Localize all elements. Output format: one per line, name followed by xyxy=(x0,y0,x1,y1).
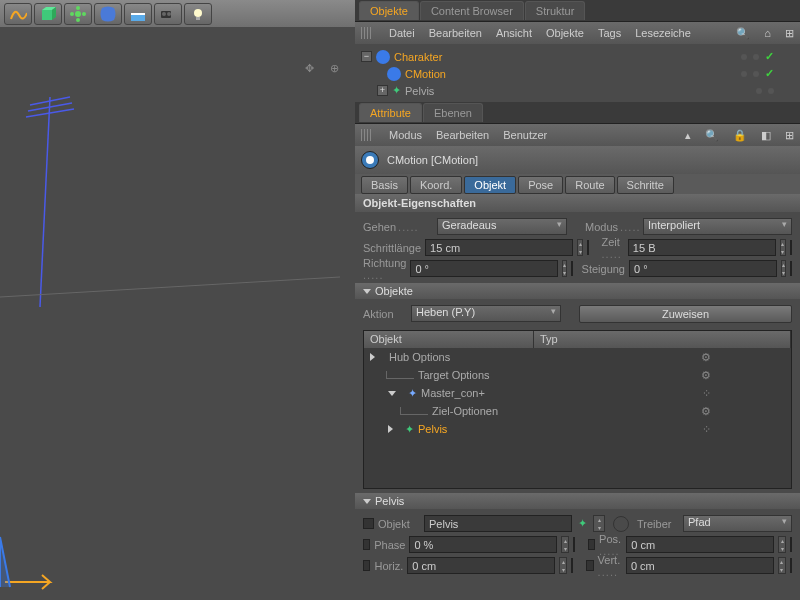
section-objekte[interactable]: Objekte xyxy=(355,283,800,299)
spinner[interactable]: ▴▾ xyxy=(559,557,567,574)
lock-icon[interactable]: 🔒 xyxy=(733,129,747,142)
collapse-icon[interactable]: − xyxy=(361,51,372,62)
spinner[interactable]: ▴▾ xyxy=(593,515,605,532)
select-treiber[interactable]: Pfad xyxy=(683,515,792,532)
tab-objects[interactable]: Objekte xyxy=(359,1,419,20)
label-gehen: Gehen xyxy=(363,221,433,233)
tree-row-character[interactable]: − Charakter ✓ xyxy=(361,48,794,65)
obj-row-ziel[interactable]: Ziel-Optionen⚙ xyxy=(364,402,791,420)
slider-richtung[interactable] xyxy=(571,261,573,276)
col-typ[interactable]: Typ xyxy=(534,331,791,348)
select-modus[interactable]: Interpoliert xyxy=(643,218,792,235)
spinner[interactable]: ▴▾ xyxy=(561,536,569,553)
menu-bookmarks[interactable]: Lesezeiche xyxy=(635,27,691,39)
tool-generator[interactable] xyxy=(64,3,92,25)
input-vert[interactable] xyxy=(626,557,774,574)
ptab-schritte[interactable]: Schritte xyxy=(617,176,674,194)
spinner[interactable]: ▴▾ xyxy=(778,557,786,574)
obj-row-hub[interactable]: Hub Options⚙ xyxy=(364,348,791,366)
checkbox-vert[interactable] xyxy=(586,560,593,571)
viewport-3d[interactable]: ✥ ⊕ xyxy=(0,27,355,600)
ptab-koord[interactable]: Koord. xyxy=(410,176,462,194)
select-aktion[interactable]: Heben (P.Y) xyxy=(411,305,561,322)
slider-pos[interactable] xyxy=(790,537,792,552)
menu-edit[interactable]: Bearbeiten xyxy=(436,129,489,141)
input-pelvis-obj[interactable] xyxy=(424,515,572,532)
spinner[interactable]: ▴▾ xyxy=(780,239,786,256)
expand-icon[interactable]: ⊞ xyxy=(785,27,794,40)
ptab-objekt[interactable]: Objekt xyxy=(464,176,516,194)
tool-deformer[interactable] xyxy=(94,3,122,25)
menu-mode[interactable]: Modus xyxy=(389,129,422,141)
tool-camera[interactable] xyxy=(154,3,182,25)
slider-vert[interactable] xyxy=(790,558,792,573)
button-zuweisen[interactable]: Zuweisen xyxy=(579,305,792,323)
nav-rotate-icon[interactable]: ⊕ xyxy=(330,62,339,74)
input-steigung[interactable] xyxy=(629,260,777,277)
slider-steigung[interactable] xyxy=(790,261,792,276)
slider-phase[interactable] xyxy=(573,537,575,552)
tab-structure[interactable]: Struktur xyxy=(525,1,586,20)
ptab-pose[interactable]: Pose xyxy=(518,176,563,194)
col-objekt[interactable]: Objekt xyxy=(364,331,534,348)
settings-icon[interactable]: ⁘ xyxy=(702,387,711,400)
new-icon[interactable]: ◧ xyxy=(761,129,771,142)
gear-icon[interactable]: ⚙ xyxy=(701,369,711,382)
tool-cube[interactable] xyxy=(34,3,62,25)
tool-environment[interactable] xyxy=(124,3,152,25)
expand-icon[interactable]: + xyxy=(377,85,388,96)
obj-row-target[interactable]: Target Options⚙ xyxy=(364,366,791,384)
input-horiz[interactable] xyxy=(407,557,555,574)
slider-horiz[interactable] xyxy=(571,558,573,573)
spinner[interactable]: ▴▾ xyxy=(781,260,786,277)
menu-file[interactable]: Datei xyxy=(389,27,415,39)
settings-icon[interactable]: ⁘ xyxy=(702,423,711,436)
ptab-route[interactable]: Route xyxy=(565,176,614,194)
tree-row-pelvis[interactable]: + ✦ Pelvis xyxy=(361,82,794,99)
slider-schrittlange[interactable] xyxy=(587,240,589,255)
input-pos[interactable] xyxy=(626,536,774,553)
nav-up-icon[interactable]: ▴ xyxy=(685,129,691,142)
tab-content-browser[interactable]: Content Browser xyxy=(420,1,524,20)
search-icon[interactable]: 🔍 xyxy=(736,27,750,40)
tool-light[interactable] xyxy=(184,3,212,25)
tree-row-cmotion[interactable]: CMotion ✓ xyxy=(361,65,794,82)
nav-plus-icon[interactable]: ✥ xyxy=(305,62,314,74)
gear-icon[interactable]: ⚙ xyxy=(701,405,711,418)
input-zeit[interactable] xyxy=(628,239,776,256)
home-icon[interactable]: ⌂ xyxy=(764,27,771,39)
check-icon[interactable]: ✓ xyxy=(765,67,774,80)
gear-icon[interactable]: ⚙ xyxy=(701,351,711,364)
tool-spline[interactable] xyxy=(4,3,32,25)
section-object-properties: Objekt-Eigenschaften xyxy=(355,194,800,212)
input-richtung[interactable] xyxy=(410,260,558,277)
obj-row-pelvis[interactable]: ✦Pelvis⁘ xyxy=(364,420,791,438)
search-icon[interactable]: 🔍 xyxy=(705,129,719,142)
checkbox-objekt[interactable] xyxy=(363,518,374,529)
input-phase[interactable] xyxy=(409,536,557,553)
checkbox-pos[interactable] xyxy=(588,539,595,550)
spinner[interactable]: ▴▾ xyxy=(778,536,786,553)
select-gehen[interactable]: Geradeaus xyxy=(437,218,567,235)
spinner[interactable]: ▴▾ xyxy=(577,239,583,256)
menu-edit[interactable]: Bearbeiten xyxy=(429,27,482,39)
menu-objects[interactable]: Objekte xyxy=(546,27,584,39)
tab-layers[interactable]: Ebenen xyxy=(423,103,483,122)
check-icon[interactable]: ✓ xyxy=(765,50,774,63)
checkbox-phase[interactable] xyxy=(363,539,370,550)
add-icon[interactable]: ⊞ xyxy=(785,129,794,142)
spinner[interactable]: ▴▾ xyxy=(562,260,567,277)
menu-user[interactable]: Benutzer xyxy=(503,129,547,141)
menu-view[interactable]: Ansicht xyxy=(496,27,532,39)
tab-attribute[interactable]: Attribute xyxy=(359,103,422,122)
target-icon[interactable] xyxy=(613,516,629,532)
ptab-basis[interactable]: Basis xyxy=(361,176,408,194)
slider-zeit[interactable] xyxy=(790,240,792,255)
checkbox-horiz[interactable] xyxy=(363,560,370,571)
svg-rect-14 xyxy=(196,17,200,20)
section-pelvis[interactable]: Pelvis xyxy=(355,493,800,509)
input-schrittlange[interactable] xyxy=(425,239,573,256)
menu-tags[interactable]: Tags xyxy=(598,27,621,39)
obj-row-master[interactable]: ✦Master_con+⁘ xyxy=(364,384,791,402)
character-icon xyxy=(376,50,390,64)
